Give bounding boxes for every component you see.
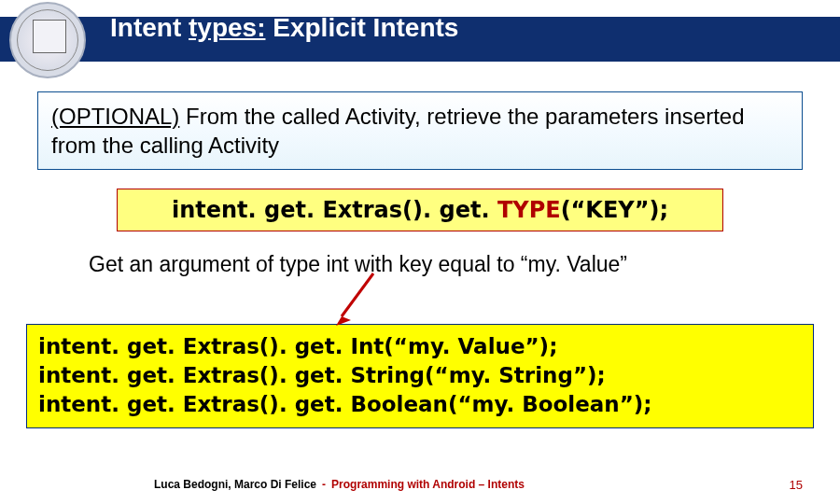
info-mid2: the	[501, 104, 545, 129]
code-example-line-1: intent. get. Extras(). get. Int(“my. Val…	[38, 332, 802, 361]
code-example-line-3: intent. get. Extras(). get. Boolean(“my.…	[38, 390, 802, 419]
info-text: (OPTIONAL) From the called Activity, ret…	[51, 102, 789, 160]
university-seal-icon	[9, 2, 86, 78]
arrow-down-icon	[327, 272, 383, 329]
svg-line-0	[342, 273, 373, 316]
code-line: intent. get. Extras(). get. TYPE(“KEY”);	[172, 197, 668, 223]
slide-title: Intent types: Explicit Intents	[110, 13, 458, 43]
optional-label: (OPTIONAL)	[51, 104, 179, 129]
title-suffix: Explicit Intents	[265, 13, 458, 42]
footer-authors: Luca Bedogni, Marco Di Felice	[154, 478, 316, 491]
slide-footer: Luca Bedogni, Marco Di Felice - Programm…	[0, 478, 840, 491]
page-number: 15	[790, 478, 803, 492]
slide-header: Intent types: Explicit Intents	[0, 0, 840, 73]
arrow-container	[0, 277, 840, 324]
code-examples-box: intent. get. Extras(). get. Int(“my. Val…	[26, 324, 814, 427]
code-template-box: intent. get. Extras(). get. TYPE(“KEY”);	[117, 189, 723, 231]
params-word: parameters	[545, 104, 658, 129]
code-type-placeholder: TYPE	[497, 197, 561, 223]
description-text: Get an argument of type int with key equ…	[89, 252, 803, 277]
svg-marker-1	[336, 316, 351, 326]
title-underlined: types:	[189, 13, 265, 42]
code-suffix: (“KEY”);	[561, 197, 668, 223]
retrieve-word: retrieve	[427, 104, 501, 129]
code-example-line-2: intent. get. Extras(). get. String(“my. …	[38, 361, 802, 390]
info-mid1: From the called Activity,	[179, 104, 427, 129]
code-prefix: intent. get. Extras(). get.	[172, 197, 497, 223]
title-prefix: Intent	[110, 13, 189, 42]
footer-topic: Programming with Android – Intents	[331, 478, 525, 491]
info-box: (OPTIONAL) From the called Activity, ret…	[37, 91, 803, 170]
footer-separator: -	[322, 478, 326, 491]
